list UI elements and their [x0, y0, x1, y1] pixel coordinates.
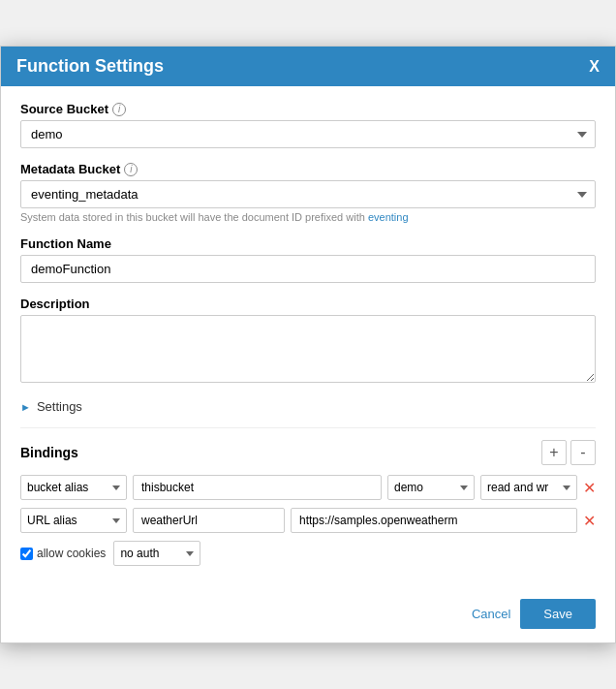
description-label: Description	[20, 297, 596, 311]
allow-cookies-checkbox[interactable]	[20, 548, 33, 560]
metadata-bucket-label: Metadata Bucket i	[20, 162, 596, 176]
close-button[interactable]: X	[589, 58, 600, 76]
binding-row-1: bucket alias URL alias demo read and wr …	[20, 475, 596, 500]
dialog-footer: Cancel Save	[1, 589, 615, 642]
metadata-bucket-info-text: System data stored in this bucket will h…	[20, 211, 596, 223]
remove-binding-btn-1[interactable]: ✕	[583, 479, 596, 497]
settings-arrow-icon: ►	[20, 401, 31, 413]
remove-binding-btn-2[interactable]: ✕	[583, 512, 596, 530]
binding-type-select-1[interactable]: bucket alias URL alias	[20, 475, 127, 500]
metadata-bucket-select[interactable]: eventing_metadata	[20, 180, 596, 208]
auth-type-select[interactable]: no auth basic bearer digest	[113, 541, 200, 566]
settings-toggle-label: Settings	[37, 399, 82, 414]
dialog-title: Function Settings	[16, 56, 164, 77]
binding-alias-input-1[interactable]	[133, 475, 382, 500]
bindings-divider	[20, 427, 596, 428]
settings-toggle[interactable]: ► Settings	[20, 399, 596, 414]
allow-cookies-wrapper: allow cookies	[20, 547, 106, 560]
dialog-body: Source Bucket i demo Metadata Bucket i e…	[1, 86, 615, 589]
binding-bucket-select-1[interactable]: demo	[387, 475, 475, 500]
binding-url-input-2[interactable]	[291, 508, 577, 533]
remove-binding-icon-2: ✕	[583, 512, 596, 530]
add-binding-button[interactable]: +	[541, 440, 567, 465]
function-name-group: Function Name	[20, 236, 596, 283]
description-input[interactable]	[20, 315, 596, 383]
binding-alias-input-2[interactable]	[133, 508, 285, 533]
cancel-button[interactable]: Cancel	[472, 607, 510, 621]
save-button[interactable]: Save	[520, 599, 596, 629]
binding-row-2: bucket alias URL alias ✕	[20, 508, 596, 533]
cookie-row: allow cookies no auth basic bearer diges…	[20, 541, 596, 566]
binding-type-select-2[interactable]: bucket alias URL alias	[20, 508, 127, 533]
bindings-title: Bindings	[20, 445, 78, 460]
description-group: Description	[20, 297, 596, 386]
allow-cookies-label: allow cookies	[37, 547, 106, 560]
metadata-bucket-info-icon: i	[124, 163, 138, 176]
function-settings-dialog: Function Settings X Source Bucket i demo…	[0, 46, 616, 643]
dialog-header: Function Settings X	[1, 47, 615, 86]
function-name-label: Function Name	[20, 236, 596, 251]
function-name-input[interactable]	[20, 255, 596, 283]
metadata-bucket-group: Metadata Bucket i eventing_metadata Syst…	[20, 162, 596, 223]
remove-binding-button[interactable]: -	[570, 440, 596, 465]
source-bucket-info-icon: i	[112, 103, 126, 116]
source-bucket-group: Source Bucket i demo	[20, 102, 596, 148]
source-bucket-label: Source Bucket i	[20, 102, 596, 116]
bindings-btn-group: + -	[541, 440, 596, 465]
source-bucket-select[interactable]: demo	[20, 120, 596, 148]
binding-access-select-1[interactable]: read and wr read only read and write	[480, 475, 577, 500]
remove-binding-icon-1: ✕	[583, 479, 596, 497]
bindings-section-header: Bindings + -	[20, 440, 596, 465]
